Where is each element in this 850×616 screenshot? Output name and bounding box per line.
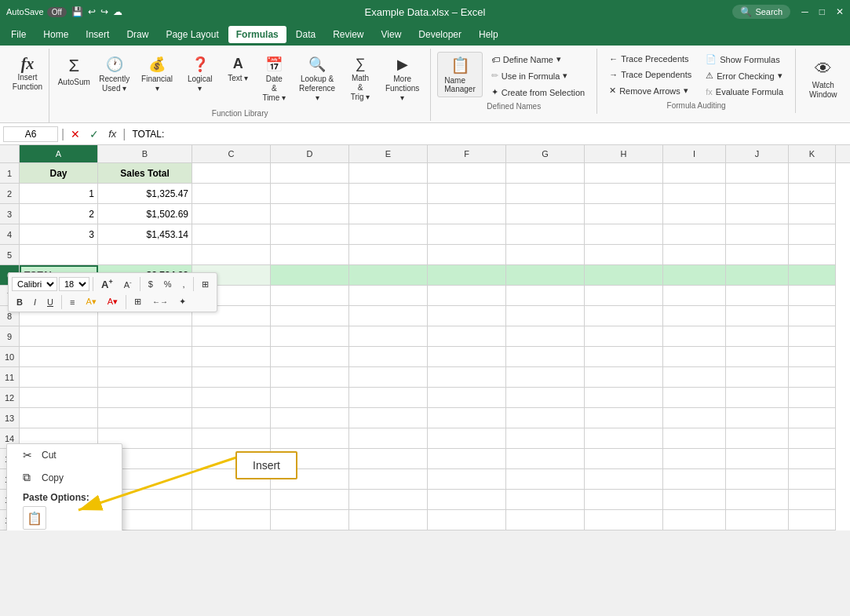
cell-f18[interactable] (428, 510, 506, 530)
cell-h4[interactable] (585, 224, 663, 245)
cell-e5[interactable] (349, 245, 428, 265)
text-button[interactable]: A Text ▾ (221, 52, 255, 107)
menu-item-draw[interactable]: Draw (119, 26, 156, 43)
cell-g9[interactable] (506, 326, 585, 347)
cell-h8[interactable] (585, 306, 663, 326)
cell-d5[interactable] (271, 245, 349, 265)
cell-h16[interactable] (585, 469, 663, 490)
cell-i10[interactable] (663, 347, 726, 367)
cell-e14[interactable] (349, 428, 428, 449)
cell-e6[interactable] (349, 265, 428, 286)
cell-g6[interactable] (506, 265, 585, 286)
cell-e18[interactable] (349, 510, 428, 530)
menu-item-file[interactable]: File (3, 26, 34, 43)
cell-d14[interactable] (271, 428, 349, 449)
cell-b13[interactable] (98, 408, 192, 428)
cell-j12[interactable] (726, 388, 789, 408)
cell-f8[interactable] (428, 306, 506, 326)
cell-j17[interactable] (726, 490, 789, 510)
cell-a3[interactable]: 2 (20, 204, 98, 224)
cell-i16[interactable] (663, 469, 726, 490)
menu-item-view[interactable]: View (374, 26, 410, 43)
cell-f12[interactable] (428, 388, 506, 408)
remove-arrows-button[interactable]: ✕ Remove Arrows ▾ (604, 83, 697, 98)
logical-button[interactable]: ❓ Logical ▾ (181, 52, 219, 107)
cell-f16[interactable] (428, 469, 506, 490)
currency-button[interactable]: $ (144, 277, 158, 291)
cell-d17[interactable] (271, 490, 349, 510)
col-header-f[interactable]: F (428, 145, 506, 162)
cell-d7[interactable] (271, 286, 349, 306)
ctx-copy[interactable]: ⧉ Copy (7, 466, 122, 489)
confirm-formula-button[interactable]: ✓ (86, 128, 102, 140)
cell-i14[interactable] (663, 428, 726, 449)
cell-c4[interactable] (192, 224, 271, 245)
col-header-j[interactable]: J (726, 145, 789, 162)
cell-j18[interactable] (726, 510, 789, 530)
cell-g13[interactable] (506, 408, 585, 428)
cell-a4[interactable]: 3 (20, 224, 98, 245)
cell-d12[interactable] (271, 388, 349, 408)
cell-g16[interactable] (506, 469, 585, 490)
cell-j16[interactable] (726, 469, 789, 490)
cell-i6[interactable] (663, 265, 726, 286)
cancel-formula-button[interactable]: ✕ (67, 128, 83, 140)
cell-k9[interactable] (789, 326, 836, 347)
cell-b11[interactable] (98, 367, 192, 388)
use-in-formula-button[interactable]: ✏ Use in Formula ▾ (486, 68, 590, 83)
cell-h15[interactable] (585, 449, 663, 469)
watch-window-button[interactable]: 👁 WatchWindow (802, 52, 845, 107)
cell-g11[interactable] (506, 367, 585, 388)
cell-h5[interactable] (585, 245, 663, 265)
cell-f7[interactable] (428, 286, 506, 306)
menu-item-help[interactable]: Help (471, 26, 506, 43)
error-checking-button[interactable]: ⚠ Error Checking ▾ (700, 68, 789, 83)
cell-d1[interactable] (271, 163, 349, 184)
cell-k7[interactable] (789, 286, 836, 306)
cell-f9[interactable] (428, 326, 506, 347)
cell-c18[interactable] (192, 510, 271, 530)
cell-g7[interactable] (506, 286, 585, 306)
cell-reference-input[interactable] (3, 126, 58, 142)
evaluate-formula-button[interactable]: fx Evaluate Formula (700, 85, 789, 99)
cell-g3[interactable] (506, 204, 585, 224)
cell-h7[interactable] (585, 286, 663, 306)
cell-f6[interactable] (428, 265, 506, 286)
cell-c2[interactable] (192, 184, 271, 204)
cell-i12[interactable] (663, 388, 726, 408)
menu-item-formulas[interactable]: Formulas (228, 26, 286, 43)
cell-k3[interactable] (789, 204, 836, 224)
decrease-font-button[interactable]: A- (119, 276, 137, 292)
cell-b1[interactable]: Sales Total (98, 163, 192, 184)
cell-h12[interactable] (585, 388, 663, 408)
cell-c3[interactable] (192, 204, 271, 224)
autosave-extra-icon[interactable]: ☁ (113, 6, 122, 17)
cell-k18[interactable] (789, 510, 836, 530)
cell-a9[interactable] (20, 326, 98, 347)
cell-j9[interactable] (726, 326, 789, 347)
cell-e8[interactable] (349, 306, 428, 326)
col-header-d[interactable]: D (271, 145, 349, 162)
cell-j15[interactable] (726, 449, 789, 469)
cell-j14[interactable] (726, 428, 789, 449)
cell-e17[interactable] (349, 490, 428, 510)
comma-button[interactable]: , (178, 277, 190, 291)
row-num-2[interactable]: 2 (0, 184, 20, 204)
row-num-5[interactable]: 5 (0, 245, 20, 265)
cell-e13[interactable] (349, 408, 428, 428)
cell-h1[interactable] (585, 163, 663, 184)
cell-f10[interactable] (428, 347, 506, 367)
font-name-select[interactable]: Calibri (12, 277, 57, 291)
cell-d4[interactable] (271, 224, 349, 245)
cell-g15[interactable] (506, 449, 585, 469)
name-manager-button[interactable]: 📋 NameManager (437, 52, 482, 97)
cell-b3[interactable]: $1,502.69 (98, 204, 192, 224)
cell-c12[interactable] (192, 388, 271, 408)
cell-a10[interactable] (20, 347, 98, 367)
cell-k6[interactable] (789, 265, 836, 286)
cell-d2[interactable] (271, 184, 349, 204)
italic-button[interactable]: I (29, 295, 41, 309)
cell-b10[interactable] (98, 347, 192, 367)
cell-k14[interactable] (789, 428, 836, 449)
cell-a1[interactable]: Day (20, 163, 98, 184)
